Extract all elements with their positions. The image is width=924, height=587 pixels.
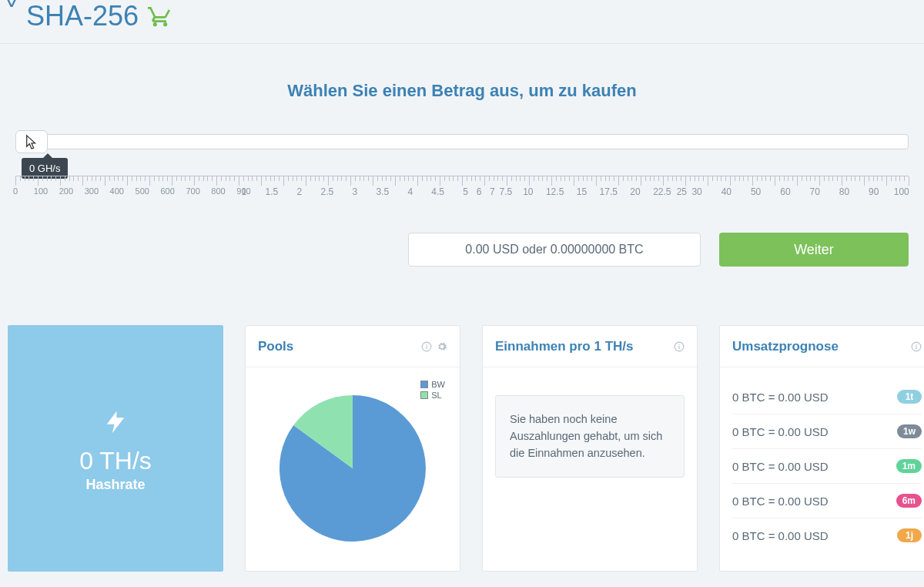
header-divider (0, 43, 924, 44)
slider-track[interactable] (45, 134, 909, 149)
svg-rect-1 (426, 345, 427, 348)
earnings-empty-message: Sie haben noch keine Auszahlungen gehabt… (495, 395, 685, 478)
buy-section: Wählen Sie einen Betrag aus, um zu kaufe… (0, 81, 924, 267)
forecast-row: 0 BTC = 0.00 USD1j (732, 518, 922, 552)
forecast-value: 0 BTC = 0.00 USD (732, 529, 829, 542)
forecast-value: 0 BTC = 0.00 USD (732, 425, 829, 438)
svg-rect-5 (678, 344, 679, 344)
forecast-row: 0 BTC = 0.00 USD6m (732, 484, 922, 518)
bolt-icon (102, 404, 129, 441)
page-header: ˅ SHA-256 (0, 0, 924, 43)
forecast-title: Umsatzprognose (732, 339, 839, 354)
info-icon[interactable] (421, 341, 432, 352)
earnings-title: Einnahmen pro 1 TH/s (495, 339, 633, 354)
legend-item-bw: BW (420, 380, 445, 389)
forecast-period-badge: 1w (897, 424, 922, 438)
forecast-period-badge: 1j (897, 528, 922, 542)
legend-item-sl: SL (420, 391, 445, 400)
cursor-icon (25, 134, 38, 149)
forecast-row: 0 BTC = 0.00 USD1t (732, 380, 922, 414)
forecast-period-badge: 6m (896, 494, 922, 508)
earnings-card: Einnahmen pro 1 TH/s Sie haben noch kein… (482, 325, 698, 572)
info-icon[interactable] (911, 341, 922, 352)
pools-title: Pools (258, 339, 293, 354)
hashrate-card: 0 TH/s Hashrate (8, 325, 223, 572)
pools-legend: BW SL (420, 380, 445, 401)
cart-icon[interactable] (146, 4, 174, 29)
chevron-down-icon[interactable]: ˅ (5, 0, 18, 27)
svg-rect-4 (678, 345, 679, 348)
pools-card: Pools BW (245, 325, 460, 572)
forecast-value: 0 BTC = 0.00 USD (732, 391, 829, 404)
gear-icon[interactable] (437, 341, 447, 352)
svg-rect-2 (426, 344, 427, 344)
forecast-period-badge: 1t (897, 390, 922, 404)
forecast-row: 0 BTC = 0.00 USD1m (732, 449, 922, 484)
hashrate-label: Hashrate (85, 477, 145, 493)
slider-handle[interactable] (15, 130, 48, 153)
ruler: 010020030040050060070080090011.522.533.5… (15, 176, 909, 211)
slider[interactable] (15, 130, 909, 153)
hashrate-value: 0 TH/s (79, 447, 152, 475)
forecast-row: 0 BTC = 0.00 USD1w (732, 414, 922, 449)
forecast-period-badge: 1m (896, 459, 922, 473)
algorithm-title: SHA-256 (26, 0, 139, 32)
forecast-value: 0 BTC = 0.00 USD (732, 495, 829, 508)
forecast-value: 0 BTC = 0.00 USD (732, 460, 829, 473)
forecast-card: Umsatzprognose 0 BTC = 0.00 USD1t0 BTC =… (719, 325, 924, 572)
continue-button[interactable]: Weiter (719, 233, 909, 267)
amount-display: 0.00 USD oder 0.00000000 BTC (408, 233, 701, 267)
svg-rect-8 (916, 344, 916, 344)
buy-heading: Wählen Sie einen Betrag aus, um zu kaufe… (15, 81, 909, 101)
pools-pie-chart (276, 380, 430, 542)
svg-rect-7 (916, 345, 916, 348)
info-icon[interactable] (674, 341, 685, 352)
